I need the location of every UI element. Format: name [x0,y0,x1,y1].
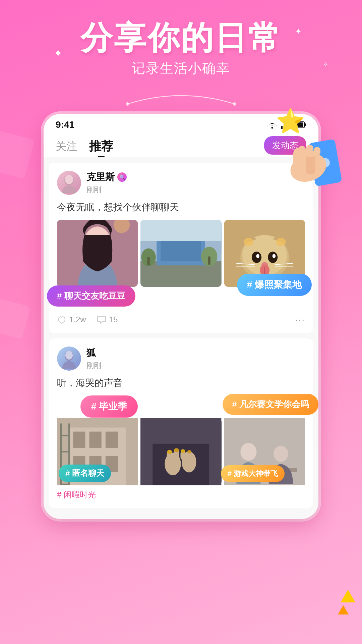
avatar-2 [57,346,81,371]
status-time: 9:41 [56,119,74,130]
svg-point-79 [187,450,191,453]
comment-icon-1 [97,315,106,324]
svg-rect-10 [314,147,320,156]
post-time-1: 刚刚 [86,185,305,195]
hashtag-anonymous[interactable]: # 匿名聊天 [59,465,111,482]
svg-point-76 [167,450,172,454]
hashtag-game[interactable]: # 游戏大神带飞 [221,465,285,482]
sparkle-icon-1: ✦ [54,47,63,60]
svg-point-20 [65,175,73,184]
post-img-people: # 游戏大神带飞 [224,418,305,485]
hashtag-chat[interactable]: # 聊天交友吃豆豆 [47,285,135,307]
post-img-outdoor [140,220,221,287]
post-actions-1: 1.2w 15 ··· [57,314,305,325]
svg-rect-57 [89,432,102,448]
triangle-decor [338,590,355,617]
hero-arc [111,84,251,111]
tab-follow[interactable]: 关注 [56,139,77,157]
svg-rect-29 [140,220,221,241]
svg-rect-31 [147,257,150,265]
post-img-building: # 匿名聊天 [57,418,138,485]
like-count-1: 1.2w [69,315,86,324]
svg-point-40 [276,238,286,246]
sparkle-icon-2: ✦ [295,27,302,36]
svg-point-78 [181,449,185,453]
hashtag-row-1: # 聊天交友吃豆豆 # 爆照聚集地 [57,292,305,309]
feed: 克里斯 🔍 刚刚 今夜无眠，想找个伙伴聊聊天 [44,157,318,519]
post-img-hands [140,418,221,485]
comment-count-1: 15 [109,315,118,324]
triangle-small [338,605,349,614]
post-text-2: 听，海哭的声音 [57,376,305,390]
svg-point-39 [244,238,253,246]
svg-point-11 [272,127,273,129]
svg-point-53 [65,351,73,360]
svg-rect-9 [306,145,313,154]
svg-rect-8 [298,146,306,155]
svg-rect-56 [73,432,85,448]
hashtag-leisure[interactable]: # 闲暇时光 [57,489,305,500]
thumbs-up-sticker [278,114,352,201]
user-info-2: 狐 刚刚 [86,346,305,371]
verified-icon-1: 🔍 [117,172,127,182]
hashtag-row-2: # 毕业季 # 凡尔赛文学你会吗 [57,395,305,416]
post-header-2: 狐 刚刚 [57,346,305,371]
hero-subtitle: 记录生活小确幸 [0,59,362,77]
post-header-1: 克里斯 🔍 刚刚 [57,171,305,195]
svg-point-85 [274,446,288,462]
svg-point-44 [272,254,276,258]
avatar-placeholder-2 [57,346,81,371]
tab-recommend[interactable]: 推荐 [89,138,113,157]
avatar-1 [57,171,81,195]
hashtag-versailles[interactable]: # 凡尔赛文学你会吗 [223,394,318,415]
like-icon-1 [57,315,66,324]
phone-mockup: 9:41 [44,114,318,519]
post-card-1: 克里斯 🔍 刚刚 今夜无眠，想找个伙伴聊聊天 [49,163,313,333]
svg-rect-58 [106,432,118,448]
post-img-girl [57,220,138,287]
hashtag-photo[interactable]: # 爆照聚集地 [237,274,312,296]
avatar-placeholder-1 [57,171,81,195]
username-1: 克里斯 🔍 [86,171,305,183]
svg-point-84 [240,443,256,461]
post-time-2: 刚刚 [86,361,305,371]
svg-rect-28 [161,241,201,261]
hashtag-graduation[interactable]: # 毕业季 [80,395,138,418]
triangle-large [341,590,355,602]
svg-rect-69 [153,444,209,485]
phone-inner: 9:41 [44,114,318,519]
nav-tabs: 关注 推荐 发动态 [44,133,318,157]
sparkle-icon-3: ✧ [323,60,328,68]
hero-section: ✦ ✦ ✧ 分享你的日常 记录生活小确幸 [0,20,362,77]
svg-rect-33 [208,257,210,265]
svg-point-0 [126,102,129,106]
username-2: 狐 [86,346,305,359]
svg-point-1 [233,102,236,106]
more-action-1[interactable]: ··· [295,314,305,325]
comment-action-1[interactable]: 15 [97,315,118,324]
post-card-2: 狐 刚刚 听，海哭的声音 # 毕业季 # 凡尔赛文学你会吗 [49,338,313,508]
post-text-1: 今夜无眠，想找个伙伴聊聊天 [57,200,305,214]
svg-rect-6 [306,154,315,174]
svg-point-43 [256,254,259,258]
user-info-1: 克里斯 🔍 刚刚 [86,171,305,195]
post2-images: # 匿名聊天 [57,418,305,485]
svg-point-77 [174,448,179,452]
like-action-1[interactable]: 1.2w [57,315,86,324]
